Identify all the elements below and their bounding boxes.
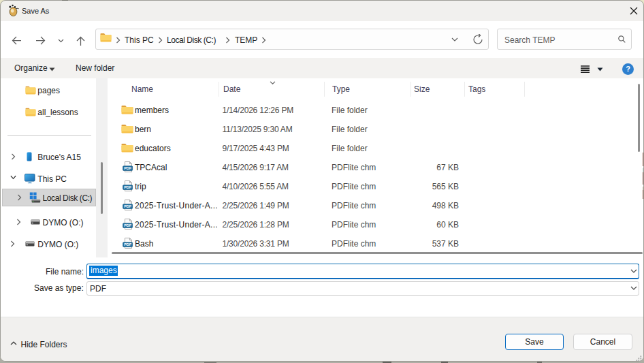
- svg-text:PDF: PDF: [124, 223, 131, 227]
- svg-text:PDF: PDF: [124, 204, 131, 208]
- svg-text:PDF: PDF: [124, 185, 131, 189]
- svg-text:PDF: PDF: [124, 242, 131, 247]
- svg-text:PDF: PDF: [124, 166, 131, 170]
